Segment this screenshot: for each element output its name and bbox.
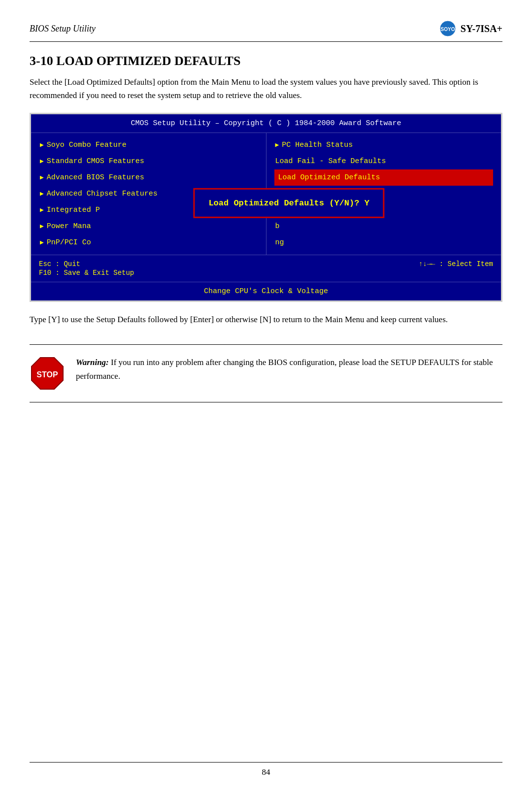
header: BIOS Setup Utility SOYO SY-7ISA+ (30, 20, 502, 42)
bios-item-power[interactable]: ▶ Power Mana (39, 218, 258, 234)
bios-subfooter: Change CPU's Clock & Voltage (31, 282, 501, 300)
bios-item-label: Advanced Chipset Features (47, 189, 158, 199)
bios-item-label: Standard CMOS Features (47, 156, 144, 166)
warning-text: Warning: If you run into any problem aft… (76, 356, 502, 383)
bios-item-partial2: b (274, 218, 494, 234)
svg-text:SOYO: SOYO (440, 27, 455, 32)
stop-sign-icon: STOP (30, 356, 65, 391)
bios-screen: CMOS Setup Utility – Copyright ( C ) 198… (30, 113, 502, 302)
section-heading: 3-10 LOAD OPTIMIZED DEFAULTS (30, 54, 502, 68)
bios-item-label: Integrated P (47, 205, 100, 215)
bios-main-area: ▶ Soyo Combo Feature ▶ Standard CMOS Fea… (31, 133, 501, 255)
bios-item-soyo[interactable]: ▶ Soyo Combo Feature (39, 137, 258, 153)
arrow-icon: ▶ (40, 206, 44, 215)
page-footer: 84 (30, 762, 502, 777)
bios-dialog-overlay: Load Optimized Defaults (Y/N)? Y (193, 188, 384, 218)
bios-item-pnp[interactable]: ▶ PnP/PCI Co (39, 234, 258, 251)
bios-footer-row1: Esc : Quit ↑↓→← : Select Item (39, 260, 493, 268)
bios-item-label: PC Health Status (282, 140, 353, 150)
soyo-logo-icon: SOYO (439, 20, 457, 37)
bios-item-fail-safe[interactable]: Load Fail - Safe Defaults (274, 153, 494, 169)
arrow-icon: ▶ (40, 190, 44, 199)
bios-title-bar: CMOS Setup Utility – Copyright ( C ) 198… (31, 114, 501, 133)
bios-item-label: ng (275, 237, 284, 248)
page-number: 84 (262, 767, 270, 777)
bios-item-label: b (275, 221, 280, 232)
bios-item-advanced-bios[interactable]: ▶ Advanced BIOS Features (39, 169, 258, 186)
after-text: Type [Y] to use the Setup Defaults follo… (30, 313, 502, 326)
arrow-icon: ▶ (40, 222, 44, 231)
bios-item-label: Advanced BIOS Features (47, 172, 144, 183)
arrow-icon: ▶ (40, 141, 44, 150)
bios-item-label: Load Fail - Safe Defaults (275, 156, 386, 166)
warning-body: If you run into any problem after changi… (76, 358, 493, 381)
bios-item-label: PnP/PCI Co (47, 237, 91, 248)
brand-name: SY-7ISA+ (461, 23, 502, 34)
svg-text:STOP: STOP (36, 370, 58, 379)
bios-dialog-text: Load Optimized Defaults (Y/N)? Y (208, 199, 369, 208)
warning-bold: Warning: (76, 358, 109, 367)
bios-footer: Esc : Quit ↑↓→← : Select Item F10 : Save… (31, 255, 501, 282)
bios-arrows-label: ↑↓→← : Select Item (419, 260, 493, 268)
bios-item-partial3: ng (274, 234, 494, 251)
bios-f10-label: F10 : Save & Exit Setup (39, 269, 493, 277)
bios-item-label: Load Optimized Defaults (278, 172, 380, 183)
header-title: BIOS Setup Utility (30, 24, 96, 34)
bios-item-label: Soyo Combo Feature (47, 140, 127, 150)
arrow-icon: ▶ (40, 238, 44, 247)
warning-section: STOP Warning: If you run into any proble… (30, 344, 502, 402)
intro-text: Select the [Load Optimized Defaults] opt… (30, 75, 502, 102)
bios-item-label: Power Mana (47, 221, 91, 232)
arrow-icon: ▶ (275, 141, 279, 150)
bios-dialog: Load Optimized Defaults (Y/N)? Y (193, 188, 384, 218)
bios-item-load-optimized[interactable]: Load Optimized Defaults (274, 169, 494, 186)
bios-esc-label: Esc : Quit (39, 260, 80, 268)
arrow-icon: ▶ (40, 173, 44, 182)
bios-item-standard[interactable]: ▶ Standard CMOS Features (39, 153, 258, 169)
bios-item-pc-health[interactable]: ▶ PC Health Status (274, 137, 494, 153)
header-brand: SOYO SY-7ISA+ (439, 20, 502, 37)
arrow-icon: ▶ (40, 157, 44, 166)
